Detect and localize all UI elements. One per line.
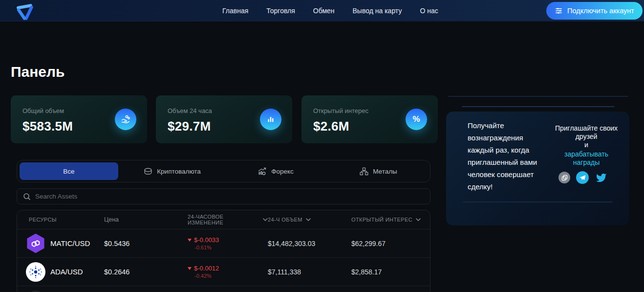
sliders-icon: [555, 7, 563, 15]
column-label: 24-Ч ОБЪЕМ: [268, 217, 302, 223]
change-percent: -0.61%: [194, 245, 268, 250]
tab-forex-label: Форекс: [271, 168, 294, 175]
stacked-card-line: [462, 106, 615, 107]
search-icon: [23, 193, 31, 201]
tab-all-label: Все: [63, 168, 74, 175]
nav-link-trading[interactable]: Торговля: [266, 7, 295, 15]
price-cell: $0.2646: [104, 268, 188, 276]
volume-cell: $14,482,303.03: [268, 240, 351, 247]
table-row-partial: [17, 286, 430, 292]
volume-cell: $7,111,338: [268, 268, 351, 276]
tab-forex[interactable]: Форекс: [224, 160, 327, 182]
change-value: $-0.0012: [194, 265, 219, 272]
telegram-icon[interactable]: [576, 171, 589, 184]
tab-metals[interactable]: Металы: [327, 160, 430, 182]
tab-crypto[interactable]: Криптовалюта: [121, 160, 224, 182]
stacked-card-line: [448, 96, 628, 97]
open-interest-cell: $62,299.67: [351, 240, 430, 247]
search-input[interactable]: [35, 193, 424, 200]
chevron-down-icon: [306, 218, 311, 221]
top-navigation: Главная Торговля Обмен Вывод на карту О …: [0, 0, 644, 22]
nav-link-withdraw[interactable]: Вывод на карту: [353, 7, 402, 15]
polygon-logo-icon: [26, 234, 45, 253]
column-label: 24-ЧАСОВОЕ ИЗМЕНЕНИЕ: [188, 214, 259, 225]
referral-panel: Получайте вознаграждения каждый раз, ког…: [446, 112, 629, 225]
asset-cell: MATIC/USD: [26, 234, 104, 253]
panel-divider: [463, 202, 613, 202]
social-icons-row: [558, 171, 608, 184]
earn-rewards-link[interactable]: зарабатывать награды: [555, 150, 618, 167]
arrow-down-icon: [188, 239, 192, 242]
assets-table: РЕСУРСЫ Цена 24-ЧАСОВОЕ ИЗМЕНЕНИЕ 24-Ч О…: [17, 210, 430, 292]
asset-filter-tabs: Все Криптовалюта Форекс: [17, 160, 430, 182]
percent-icon: %: [406, 109, 427, 130]
change-cell: $-0.0033 -0.61%: [188, 236, 268, 250]
column-header-assets: РЕСУРСЫ: [29, 217, 104, 223]
asset-name: MATIC/USD: [50, 239, 90, 247]
metals-icon: [360, 167, 368, 176]
price-cell: $0.5436: [104, 240, 188, 247]
connect-account-label: Подключить аккаунт: [567, 7, 634, 15]
forex-trend-icon: [257, 167, 267, 176]
twitter-icon[interactable]: [595, 172, 608, 183]
invite-conjunction: и: [584, 141, 588, 149]
cardano-logo-icon: [26, 262, 45, 282]
nav-link-exchange[interactable]: Обмен: [313, 7, 335, 15]
tab-crypto-label: Криптовалюта: [157, 168, 201, 175]
connect-account-button[interactable]: Подключить аккаунт: [546, 2, 643, 20]
chevron-down-icon: [416, 218, 421, 221]
table-row-matic-usd[interactable]: MATIC/USD $0.5436 $-0.0033 -0.61% $14,48…: [17, 229, 430, 258]
chevron-down-icon: [263, 218, 268, 221]
nav-link-about[interactable]: О нас: [420, 7, 438, 15]
change-percent: -0.42%: [194, 273, 268, 279]
copy-icon[interactable]: [558, 172, 570, 183]
bar-chart-icon: [260, 109, 281, 130]
column-header-change-24h[interactable]: 24-ЧАСОВОЕ ИЗМЕНЕНИЕ: [188, 214, 268, 225]
column-label: ОТКРЫТЫЙ ИНТЕРЕС: [351, 217, 412, 223]
brand-logo-icon[interactable]: [14, 2, 35, 22]
column-header-open-interest[interactable]: ОТКРЫТЫЙ ИНТЕРЕС: [351, 217, 430, 223]
coins-hand-icon: [115, 109, 136, 130]
coin-icon: [144, 167, 152, 176]
nav-link-home[interactable]: Главная: [222, 7, 248, 15]
column-header-price: Цена: [104, 216, 188, 223]
column-label: РЕСУРСЫ: [29, 217, 57, 223]
asset-cell: ADA/USD: [26, 262, 104, 282]
stat-card-total-volume: Общий объем $583.5M: [11, 95, 147, 143]
change-value: $-0.0033: [194, 236, 219, 244]
invite-block: Приглашайте своих друзей и зарабатывать …: [555, 124, 618, 167]
tab-all[interactable]: Все: [20, 162, 118, 180]
percent-glyph: %: [412, 114, 420, 124]
asset-name: ADA/USD: [50, 268, 83, 276]
referral-message: Получайте вознаграждения каждый раз, ког…: [468, 119, 550, 193]
page-title: Панель: [11, 64, 65, 80]
asset-search: [17, 188, 430, 204]
stat-card-open-interest: Открытый интерес $2.6M %: [301, 95, 438, 143]
column-label: Цена: [104, 216, 119, 223]
tab-metals-label: Металы: [373, 168, 397, 175]
change-cell: $-0.0012 -0.42%: [188, 265, 268, 279]
open-interest-cell: $2,858.17: [351, 268, 430, 276]
table-row-ada-usd[interactable]: ADA/USD $0.2646 $-0.0012 -0.42% $7,111,3…: [17, 258, 430, 286]
arrow-down-icon: [188, 267, 192, 270]
column-header-volume-24h[interactable]: 24-Ч ОБЪЕМ: [268, 217, 351, 223]
stat-card-volume-24h: Объем 24 часа $29.7M: [156, 95, 292, 143]
invite-text: Приглашайте своих друзей: [555, 124, 618, 140]
table-header-row: РЕСУРСЫ Цена 24-ЧАСОВОЕ ИЗМЕНЕНИЕ 24-Ч О…: [17, 210, 430, 229]
nav-links: Главная Торговля Обмен Вывод на карту О …: [222, 0, 438, 22]
